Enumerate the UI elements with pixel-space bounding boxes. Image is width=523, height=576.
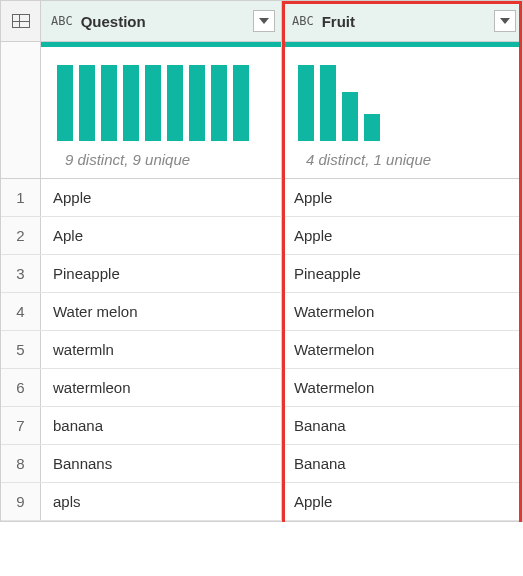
text-type-icon: ABC xyxy=(292,14,314,28)
column-header-fruit[interactable]: ABC Fruit xyxy=(282,1,522,41)
column-profile-fruit[interactable]: 4 distinct, 1 unique xyxy=(282,42,522,178)
cell-fruit[interactable]: Watermelon xyxy=(282,331,522,368)
cell-fruit[interactable]: Apple xyxy=(282,217,522,254)
cell-question[interactable]: Pineapple xyxy=(41,255,282,292)
svg-marker-1 xyxy=(500,18,510,24)
distribution-histogram xyxy=(282,47,522,147)
cell-question[interactable]: watermln xyxy=(41,331,282,368)
table-row[interactable]: 8 Bannans Banana xyxy=(1,445,522,483)
row-index: 8 xyxy=(1,445,41,482)
row-index: 9 xyxy=(1,483,41,520)
row-index: 3 xyxy=(1,255,41,292)
row-index: 7 xyxy=(1,407,41,444)
table-row[interactable]: 4 Water melon Watermelon xyxy=(1,293,522,331)
cell-fruit[interactable]: Watermelon xyxy=(282,293,522,330)
cell-fruit[interactable]: Apple xyxy=(282,483,522,520)
chevron-down-icon xyxy=(500,18,510,24)
distribution-histogram xyxy=(41,47,281,147)
column-header-question[interactable]: ABC Question xyxy=(41,1,282,41)
cell-fruit[interactable]: Banana xyxy=(282,407,522,444)
column-filter-button[interactable] xyxy=(253,10,275,32)
cell-question[interactable]: Bannans xyxy=(41,445,282,482)
column-profile-question[interactable]: 9 distinct, 9 unique xyxy=(41,42,282,178)
cell-question[interactable]: Water melon xyxy=(41,293,282,330)
table-row[interactable]: 3 Pineapple Pineapple xyxy=(1,255,522,293)
row-index: 5 xyxy=(1,331,41,368)
table-row[interactable]: 5 watermln Watermelon xyxy=(1,331,522,369)
query-data-table: ABC Question ABC Fruit 9 distinct, 9 uni… xyxy=(0,0,523,522)
table-select-corner[interactable] xyxy=(1,1,41,41)
table-row[interactable]: 7 banana Banana xyxy=(1,407,522,445)
row-index: 1 xyxy=(1,179,41,216)
column-filter-button[interactable] xyxy=(494,10,516,32)
distribution-summary: 4 distinct, 1 unique xyxy=(282,147,522,178)
cell-fruit[interactable]: Watermelon xyxy=(282,369,522,406)
table-row[interactable]: 9 apls Apple xyxy=(1,483,522,521)
column-profile-row: 9 distinct, 9 unique 4 distinct, 1 uniqu… xyxy=(1,42,522,179)
column-name: Fruit xyxy=(322,13,486,30)
row-index: 6 xyxy=(1,369,41,406)
cell-fruit[interactable]: Pineapple xyxy=(282,255,522,292)
table-row[interactable]: 2 Aple Apple xyxy=(1,217,522,255)
cell-question[interactable]: banana xyxy=(41,407,282,444)
profile-corner xyxy=(1,42,41,178)
svg-marker-0 xyxy=(259,18,269,24)
text-type-icon: ABC xyxy=(51,14,73,28)
table-row[interactable]: 1 Apple Apple xyxy=(1,179,522,217)
row-index: 2 xyxy=(1,217,41,254)
table-icon xyxy=(12,14,30,28)
distribution-summary: 9 distinct, 9 unique xyxy=(41,147,281,178)
column-name: Question xyxy=(81,13,245,30)
cell-question[interactable]: Aple xyxy=(41,217,282,254)
column-header-row: ABC Question ABC Fruit xyxy=(1,1,522,42)
table-row[interactable]: 6 watermleon Watermelon xyxy=(1,369,522,407)
cell-fruit[interactable]: Apple xyxy=(282,179,522,216)
chevron-down-icon xyxy=(259,18,269,24)
cell-question[interactable]: watermleon xyxy=(41,369,282,406)
row-index: 4 xyxy=(1,293,41,330)
cell-question[interactable]: Apple xyxy=(41,179,282,216)
cell-question[interactable]: apls xyxy=(41,483,282,520)
cell-fruit[interactable]: Banana xyxy=(282,445,522,482)
